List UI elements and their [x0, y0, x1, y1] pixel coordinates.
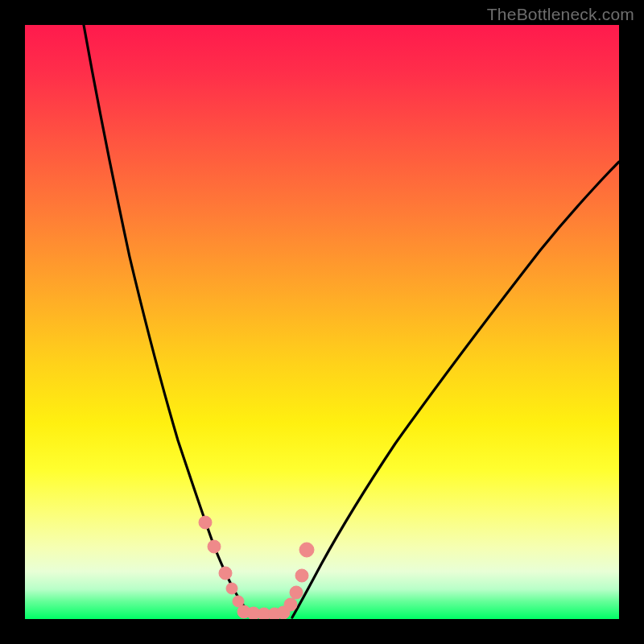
svg-point-12: [295, 569, 308, 582]
svg-point-11: [290, 586, 303, 599]
watermark-text: TheBottleneck.com: [487, 5, 634, 24]
chart-frame: TheBottleneck.com: [0, 0, 644, 644]
svg-point-2: [219, 567, 232, 580]
pink-marker-trail: [199, 516, 314, 619]
svg-point-0: [199, 516, 212, 529]
svg-point-3: [226, 583, 237, 594]
curve-overlay: [25, 25, 619, 619]
svg-point-1: [208, 540, 221, 553]
left-curve: [84, 25, 252, 617]
right-curve: [292, 162, 619, 617]
svg-point-10: [284, 598, 297, 611]
svg-point-13: [299, 543, 314, 557]
